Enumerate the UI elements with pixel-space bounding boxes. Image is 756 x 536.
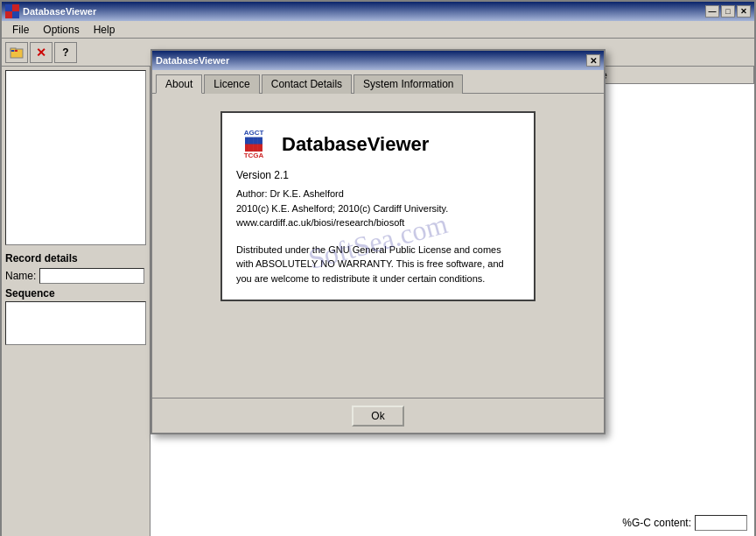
- url-text: www.cardiff.ac.uk/biosi/research/biosoft: [236, 215, 520, 230]
- license-text: Distributed under the GNU General Public…: [236, 243, 520, 286]
- left-panel: Record details Name: Sequence: [2, 67, 150, 536]
- dialog-title: DatabaseViewer: [156, 55, 229, 66]
- app-icon: [5, 4, 19, 18]
- menu-file[interactable]: File: [5, 22, 36, 38]
- svg-rect-2: [5, 11, 12, 18]
- author-text: Author: Dr K.E. Ashelford: [236, 187, 520, 201]
- tab-contact-details[interactable]: Contact Details: [262, 74, 352, 94]
- gc-label: %G-C content:: [622, 517, 691, 529]
- sequence-label: Sequence: [5, 287, 146, 300]
- dna-row2: TCGA: [244, 152, 264, 160]
- ok-button[interactable]: Ok: [352, 406, 404, 427]
- close-button[interactable]: ✕: [737, 5, 751, 18]
- name-field: Name:: [5, 268, 146, 284]
- dialog-title-bar: DatabaseViewer ✕: [152, 51, 604, 70]
- dialog-tabs: About Licence Contact Details System Inf…: [152, 70, 604, 94]
- svg-rect-1: [12, 4, 19, 11]
- about-header: AGCT ████ ████ TCGA DatabaseViewer: [236, 127, 520, 162]
- svg-rect-0: [5, 4, 12, 11]
- gc-input[interactable]: [695, 515, 747, 531]
- svg-rect-7: [15, 50, 18, 52]
- copyright-text: 2010(c) K.E. Ashelford; 2010(c) Cardiff …: [236, 201, 520, 216]
- record-details-title: Record details: [5, 252, 146, 264]
- tab-about[interactable]: About: [156, 74, 202, 94]
- sequence-box[interactable]: [5, 301, 146, 345]
- menu-bar: File Options Help: [2, 21, 754, 39]
- menu-options[interactable]: Options: [36, 22, 86, 38]
- tab-system-information[interactable]: System Information: [354, 74, 463, 94]
- dialog-footer: Ok: [152, 398, 604, 433]
- title-bar: DatabaseViewer — □ ✕: [2, 2, 754, 21]
- name-label: Name:: [5, 270, 36, 282]
- dialog-content: AGCT ████ ████ TCGA DatabaseViewer Versi…: [152, 94, 604, 397]
- record-details-section: Record details Name: Sequence: [5, 252, 146, 345]
- open-button[interactable]: [5, 42, 28, 63]
- about-box: AGCT ████ ████ TCGA DatabaseViewer Versi…: [220, 111, 536, 301]
- gc-content-section: %G-C content:: [622, 515, 747, 531]
- tab-licence[interactable]: Licence: [204, 74, 259, 94]
- dna-row1: AGCT: [244, 129, 264, 138]
- minimize-button[interactable]: —: [705, 5, 719, 18]
- dialog-close-button[interactable]: ✕: [586, 54, 600, 67]
- about-app-name: DatabaseViewer: [282, 133, 429, 156]
- app-name-section: DatabaseViewer: [282, 133, 429, 156]
- name-input[interactable]: [39, 268, 144, 284]
- menu-help[interactable]: Help: [87, 22, 122, 38]
- dna-logo: AGCT ████ ████ TCGA: [236, 127, 271, 162]
- version-text: Version 2.1: [236, 169, 520, 181]
- title-bar-left: DatabaseViewer: [5, 4, 96, 18]
- delete-button[interactable]: ✕: [30, 42, 52, 63]
- title-bar-controls: — □ ✕: [705, 5, 751, 18]
- left-list[interactable]: [5, 70, 146, 245]
- dialog: SoftSea.com DatabaseViewer ✕ About Licen…: [150, 49, 606, 434]
- help-button[interactable]: ?: [54, 42, 77, 63]
- maximize-button[interactable]: □: [721, 5, 735, 18]
- svg-rect-6: [11, 50, 14, 52]
- main-window: DatabaseViewer — □ ✕ File Options Help ✕…: [0, 0, 756, 536]
- window-title: DatabaseViewer: [23, 6, 96, 17]
- svg-rect-3: [12, 11, 19, 18]
